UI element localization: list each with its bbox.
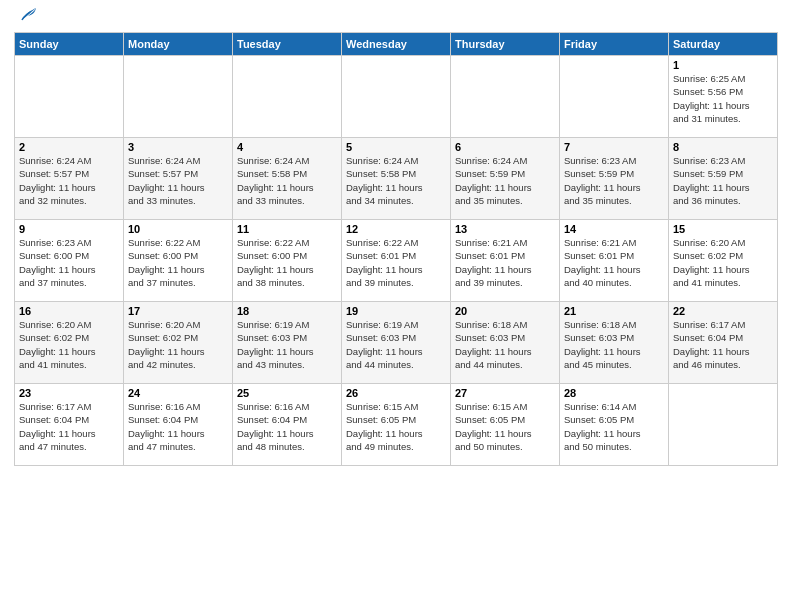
header [14,10,778,28]
day-number: 13 [455,223,555,235]
day-info: Sunrise: 6:15 AM Sunset: 6:05 PM Dayligh… [346,400,446,453]
calendar-cell: 19Sunrise: 6:19 AM Sunset: 6:03 PM Dayli… [342,302,451,384]
day-info: Sunrise: 6:18 AM Sunset: 6:03 PM Dayligh… [564,318,664,371]
day-info: Sunrise: 6:23 AM Sunset: 6:00 PM Dayligh… [19,236,119,289]
day-number: 7 [564,141,664,153]
day-header-friday: Friday [560,33,669,56]
calendar-cell [342,56,451,138]
day-number: 17 [128,305,228,317]
day-number: 16 [19,305,119,317]
calendar-cell: 17Sunrise: 6:20 AM Sunset: 6:02 PM Dayli… [124,302,233,384]
day-number: 14 [564,223,664,235]
day-info: Sunrise: 6:21 AM Sunset: 6:01 PM Dayligh… [564,236,664,289]
day-info: Sunrise: 6:24 AM Sunset: 5:57 PM Dayligh… [128,154,228,207]
day-info: Sunrise: 6:21 AM Sunset: 6:01 PM Dayligh… [455,236,555,289]
day-number: 12 [346,223,446,235]
calendar-cell: 28Sunrise: 6:14 AM Sunset: 6:05 PM Dayli… [560,384,669,466]
day-number: 23 [19,387,119,399]
calendar-cell: 23Sunrise: 6:17 AM Sunset: 6:04 PM Dayli… [15,384,124,466]
day-info: Sunrise: 6:23 AM Sunset: 5:59 PM Dayligh… [673,154,773,207]
day-header-thursday: Thursday [451,33,560,56]
day-info: Sunrise: 6:22 AM Sunset: 6:00 PM Dayligh… [128,236,228,289]
calendar-cell [451,56,560,138]
calendar-cell: 14Sunrise: 6:21 AM Sunset: 6:01 PM Dayli… [560,220,669,302]
calendar-cell: 20Sunrise: 6:18 AM Sunset: 6:03 PM Dayli… [451,302,560,384]
day-header-sunday: Sunday [15,33,124,56]
day-header-wednesday: Wednesday [342,33,451,56]
days-header-row: SundayMondayTuesdayWednesdayThursdayFrid… [15,33,778,56]
calendar-cell: 2Sunrise: 6:24 AM Sunset: 5:57 PM Daylig… [15,138,124,220]
day-info: Sunrise: 6:17 AM Sunset: 6:04 PM Dayligh… [19,400,119,453]
calendar-cell: 9Sunrise: 6:23 AM Sunset: 6:00 PM Daylig… [15,220,124,302]
day-info: Sunrise: 6:15 AM Sunset: 6:05 PM Dayligh… [455,400,555,453]
calendar-cell: 1Sunrise: 6:25 AM Sunset: 5:56 PM Daylig… [669,56,778,138]
day-number: 10 [128,223,228,235]
day-number: 24 [128,387,228,399]
day-number: 18 [237,305,337,317]
calendar-cell: 27Sunrise: 6:15 AM Sunset: 6:05 PM Dayli… [451,384,560,466]
day-number: 20 [455,305,555,317]
day-number: 28 [564,387,664,399]
day-number: 19 [346,305,446,317]
day-number: 22 [673,305,773,317]
page-container: SundayMondayTuesdayWednesdayThursdayFrid… [0,0,792,476]
day-info: Sunrise: 6:22 AM Sunset: 6:01 PM Dayligh… [346,236,446,289]
calendar-cell [15,56,124,138]
calendar-week-3: 9Sunrise: 6:23 AM Sunset: 6:00 PM Daylig… [15,220,778,302]
day-number: 6 [455,141,555,153]
calendar-week-2: 2Sunrise: 6:24 AM Sunset: 5:57 PM Daylig… [15,138,778,220]
calendar-table: SundayMondayTuesdayWednesdayThursdayFrid… [14,32,778,466]
calendar-cell: 5Sunrise: 6:24 AM Sunset: 5:58 PM Daylig… [342,138,451,220]
day-number: 11 [237,223,337,235]
day-number: 15 [673,223,773,235]
calendar-cell: 24Sunrise: 6:16 AM Sunset: 6:04 PM Dayli… [124,384,233,466]
day-number: 25 [237,387,337,399]
day-number: 4 [237,141,337,153]
day-number: 3 [128,141,228,153]
calendar-cell: 13Sunrise: 6:21 AM Sunset: 6:01 PM Dayli… [451,220,560,302]
calendar-week-1: 1Sunrise: 6:25 AM Sunset: 5:56 PM Daylig… [15,56,778,138]
calendar-cell: 18Sunrise: 6:19 AM Sunset: 6:03 PM Dayli… [233,302,342,384]
calendar-cell: 4Sunrise: 6:24 AM Sunset: 5:58 PM Daylig… [233,138,342,220]
calendar-cell: 15Sunrise: 6:20 AM Sunset: 6:02 PM Dayli… [669,220,778,302]
day-header-saturday: Saturday [669,33,778,56]
calendar-cell: 6Sunrise: 6:24 AM Sunset: 5:59 PM Daylig… [451,138,560,220]
day-info: Sunrise: 6:24 AM Sunset: 5:58 PM Dayligh… [346,154,446,207]
day-number: 5 [346,141,446,153]
day-info: Sunrise: 6:16 AM Sunset: 6:04 PM Dayligh… [128,400,228,453]
day-info: Sunrise: 6:20 AM Sunset: 6:02 PM Dayligh… [128,318,228,371]
calendar-cell: 7Sunrise: 6:23 AM Sunset: 5:59 PM Daylig… [560,138,669,220]
calendar-cell [560,56,669,138]
day-header-tuesday: Tuesday [233,33,342,56]
day-info: Sunrise: 6:23 AM Sunset: 5:59 PM Dayligh… [564,154,664,207]
day-info: Sunrise: 6:16 AM Sunset: 6:04 PM Dayligh… [237,400,337,453]
day-info: Sunrise: 6:24 AM Sunset: 5:57 PM Dayligh… [19,154,119,207]
calendar-cell [233,56,342,138]
calendar-cell: 11Sunrise: 6:22 AM Sunset: 6:00 PM Dayli… [233,220,342,302]
day-info: Sunrise: 6:24 AM Sunset: 5:59 PM Dayligh… [455,154,555,207]
day-info: Sunrise: 6:18 AM Sunset: 6:03 PM Dayligh… [455,318,555,371]
calendar-cell: 10Sunrise: 6:22 AM Sunset: 6:00 PM Dayli… [124,220,233,302]
calendar-cell: 12Sunrise: 6:22 AM Sunset: 6:01 PM Dayli… [342,220,451,302]
calendar-cell: 26Sunrise: 6:15 AM Sunset: 6:05 PM Dayli… [342,384,451,466]
calendar-cell [124,56,233,138]
day-info: Sunrise: 6:17 AM Sunset: 6:04 PM Dayligh… [673,318,773,371]
day-number: 2 [19,141,119,153]
calendar-cell: 21Sunrise: 6:18 AM Sunset: 6:03 PM Dayli… [560,302,669,384]
day-info: Sunrise: 6:24 AM Sunset: 5:58 PM Dayligh… [237,154,337,207]
day-number: 1 [673,59,773,71]
day-info: Sunrise: 6:20 AM Sunset: 6:02 PM Dayligh… [673,236,773,289]
day-number: 27 [455,387,555,399]
day-header-monday: Monday [124,33,233,56]
day-number: 21 [564,305,664,317]
logo-bird-icon [16,6,38,28]
calendar-cell: 3Sunrise: 6:24 AM Sunset: 5:57 PM Daylig… [124,138,233,220]
calendar-cell: 8Sunrise: 6:23 AM Sunset: 5:59 PM Daylig… [669,138,778,220]
day-info: Sunrise: 6:19 AM Sunset: 6:03 PM Dayligh… [237,318,337,371]
day-info: Sunrise: 6:14 AM Sunset: 6:05 PM Dayligh… [564,400,664,453]
calendar-cell [669,384,778,466]
calendar-week-4: 16Sunrise: 6:20 AM Sunset: 6:02 PM Dayli… [15,302,778,384]
calendar-cell: 16Sunrise: 6:20 AM Sunset: 6:02 PM Dayli… [15,302,124,384]
calendar-cell: 25Sunrise: 6:16 AM Sunset: 6:04 PM Dayli… [233,384,342,466]
calendar-cell: 22Sunrise: 6:17 AM Sunset: 6:04 PM Dayli… [669,302,778,384]
